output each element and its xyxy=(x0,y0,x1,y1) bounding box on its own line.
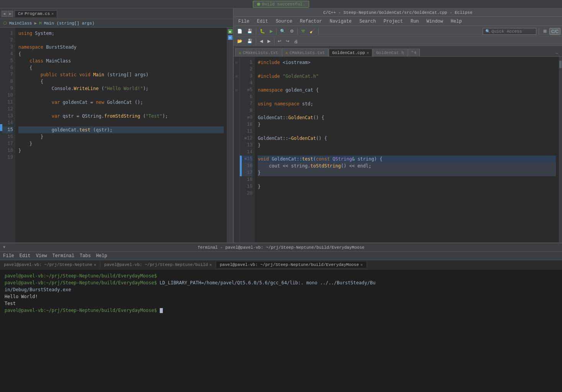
term-menu-terminal[interactable]: Terminal xyxy=(52,253,74,259)
cs-tab-close[interactable]: ✕ xyxy=(51,11,54,16)
menu-help[interactable]: Help xyxy=(449,18,464,25)
code-line-7: public static void Main (string[] args) xyxy=(18,71,224,78)
menu-navigate[interactable]: Navigate xyxy=(328,18,353,25)
cs-tab-label: Program.cs xyxy=(25,11,50,16)
toolbar-sep3 xyxy=(297,28,298,35)
menu-file[interactable]: File xyxy=(237,18,251,25)
nav-arrows[interactable]: ◀ ▶ xyxy=(2,11,13,17)
build-status-text: Build successful. xyxy=(262,2,305,7)
search-icon: 🔍 xyxy=(485,29,490,34)
code-line-10 xyxy=(18,92,224,99)
tb2-open[interactable]: 📂 xyxy=(235,38,244,45)
cs-line-numbers: 12345 678910 1112131415 16171819 xyxy=(2,28,15,243)
eclipse-tab-minimize[interactable]: − xyxy=(553,51,560,56)
eclipse-tab-goldencatcpp[interactable]: GoldenCat.cpp ✕ xyxy=(329,49,372,56)
term-menu-edit[interactable]: Edit xyxy=(20,253,31,259)
code-line-13: var qstr = QString.fromStdString ("Test"… xyxy=(18,113,224,120)
code-line-15: goldenCat.test (qstr); xyxy=(18,126,224,133)
eclipse-scrollbar[interactable] xyxy=(559,57,562,243)
cpp-line-2 xyxy=(258,66,556,73)
eclipse-code-area[interactable]: ⊟ ⊟ ⊟ 1234 ⊟5 678 ⊟9 xyxy=(234,57,562,243)
eclipse-tab-cmake1[interactable]: ⚠ CMakeLists.txt xyxy=(235,48,282,56)
cs-sidebar-icon[interactable]: ◉ xyxy=(228,29,233,34)
terminal-content[interactable]: pavel@pavel-vb:~/prj/Steep-Neptune/build… xyxy=(0,269,562,392)
tb-perspective2[interactable]: C/C xyxy=(549,28,560,35)
tb-settings[interactable]: ⚙ xyxy=(288,28,296,35)
cs-right-gutter: ◉ ⊡ xyxy=(227,28,233,243)
terminal-menubar[interactable]: File Edit View Terminal Tabs Help xyxy=(0,252,562,260)
tb2-undo[interactable]: ↩ xyxy=(276,38,283,45)
goldencatcpp-tab-close[interactable]: ✕ xyxy=(367,51,369,55)
cpp-line-6 xyxy=(258,93,556,100)
tb2-fwd[interactable]: ▶ xyxy=(265,38,272,45)
nav-forward-button[interactable]: ▶ xyxy=(8,11,13,17)
cs-sidebar-icon2[interactable]: ⊡ xyxy=(228,35,233,40)
tb2-redo[interactable]: ↪ xyxy=(284,38,291,45)
eclipse-tab-goldencath[interactable]: GoldenCat.h xyxy=(373,49,408,56)
tb-build[interactable]: ⚒ xyxy=(299,28,307,35)
cpp-line-4 xyxy=(258,80,556,87)
menu-source[interactable]: Source xyxy=(274,18,294,25)
scrollbar-thumb[interactable] xyxy=(559,61,562,68)
menu-search[interactable]: Search xyxy=(358,18,377,25)
cs-code-content[interactable]: using System; namespace BurstSteady { cl… xyxy=(15,28,227,243)
nav-back-button[interactable]: ◀ xyxy=(2,11,7,17)
term-menu-help[interactable]: Help xyxy=(96,253,107,259)
terminal-tab-2-close[interactable]: ✕ xyxy=(210,262,212,267)
cmake1-tab-label: CMakeLists.txt xyxy=(243,51,278,55)
eclipse-annotation-gutter: ⊟ ⊟ ⊟ xyxy=(234,57,240,243)
tb-debug[interactable]: 🐛 xyxy=(258,28,267,35)
menu-window[interactable]: Window xyxy=(425,18,444,25)
menu-project[interactable]: Project xyxy=(382,18,404,25)
terminal-tab-1[interactable]: pavel@pavel-vb: ~/prj/Steep-Neptune ✕ xyxy=(0,262,100,268)
terminal-tab-1-close[interactable]: ✕ xyxy=(94,262,96,267)
term-output-3: in/Debug/BurstSteady.exe xyxy=(5,287,71,292)
cs-tab-bar: ◀ ▶ C# Program.cs ✕ xyxy=(0,8,233,19)
tb-clean[interactable]: 🧹 xyxy=(308,28,317,35)
goldencatcpp-tab-label: GoldenCat.cpp xyxy=(332,51,365,55)
code-line-16: } xyxy=(18,133,224,140)
menu-edit[interactable]: Edit xyxy=(256,18,270,25)
code-line-8: { xyxy=(18,78,224,85)
cpp-line-3: #include "GoldenCat.h" xyxy=(258,73,556,80)
term-output-hello: Hello World! xyxy=(5,294,38,299)
cpp-line-5: namespace golden_cat { xyxy=(258,87,556,93)
term-line-6: pavel@pavel-vb:~/prj/Steep-Neptune/build… xyxy=(5,307,557,314)
tb-new[interactable]: 📄 xyxy=(235,28,244,35)
eclipse-toolbar1[interactable]: 📄 💾 🐛 ▶ 🔍 ⚙ ⚒ 🧹 🔍 Quick Access ⊞ xyxy=(234,26,562,37)
terminal-tab-1-label: pavel@pavel-vb: ~/prj/Steep-Neptune xyxy=(4,262,92,267)
term-output-test: Test xyxy=(5,301,16,306)
eclipse-tab-more[interactable]: "4 xyxy=(408,49,420,56)
change-bar-17 xyxy=(240,169,242,176)
eclipse-tab-cmake2[interactable]: ⚠ CMakeLists.txt xyxy=(282,48,328,56)
eclipse-code-content[interactable]: #include <iostream> #include "GoldenCat.… xyxy=(255,57,559,243)
eclipse-toolbar2[interactable]: 📂 💾 ◀ ▶ ↩ ↪ 🖨 xyxy=(234,37,562,46)
code-line-3: namespace BurstSteady xyxy=(18,44,224,51)
terminal-tab-3[interactable]: pavel@pavel-vb: ~/prj/Steep-Neptune/buil… xyxy=(216,262,367,268)
menu-run[interactable]: Run xyxy=(409,18,421,25)
change-bar-15 xyxy=(240,156,242,162)
code-line-1: using System; xyxy=(18,30,224,37)
menu-refactor[interactable]: Refactor xyxy=(298,18,324,25)
tb2-print[interactable]: 🖨 xyxy=(292,38,300,45)
tb-run[interactable]: ▶ xyxy=(268,28,275,35)
tb2-back[interactable]: ◀ xyxy=(258,38,265,45)
term-menu-file[interactable]: File xyxy=(3,253,14,259)
code-line-9: Console.WriteLine ("Hello World!"); xyxy=(18,85,224,92)
terminal-tab-bar: pavel@pavel-vb: ~/prj/Steep-Neptune ✕ pa… xyxy=(0,260,562,269)
tb2-save2[interactable]: 💾 xyxy=(245,38,254,45)
term-line-4: Hello World! xyxy=(5,293,557,300)
term-menu-view[interactable]: View xyxy=(36,253,47,259)
tb-save[interactable]: 💾 xyxy=(245,28,254,35)
terminal-collapse-btn[interactable]: ▼ xyxy=(3,245,5,249)
code-line-18: } xyxy=(18,147,224,154)
breadcrumb-sep: ▶ xyxy=(34,21,37,26)
terminal-tab-2[interactable]: pavel@pavel-vb: ~/prj/Steep-Neptune/buil… xyxy=(100,262,216,268)
eclipse-menubar[interactable]: File Edit Source Refactor Navigate Searc… xyxy=(234,17,562,26)
terminal-tab-3-close[interactable]: ✕ xyxy=(360,262,363,267)
quick-access-box[interactable]: 🔍 Quick Access xyxy=(483,28,536,35)
tb-search[interactable]: 🔍 xyxy=(278,28,287,35)
cs-tab-program[interactable]: C# Program.cs ✕ xyxy=(15,10,57,17)
tb-perspective1[interactable]: ⊞ xyxy=(541,28,549,35)
term-menu-tabs[interactable]: Tabs xyxy=(80,253,91,259)
